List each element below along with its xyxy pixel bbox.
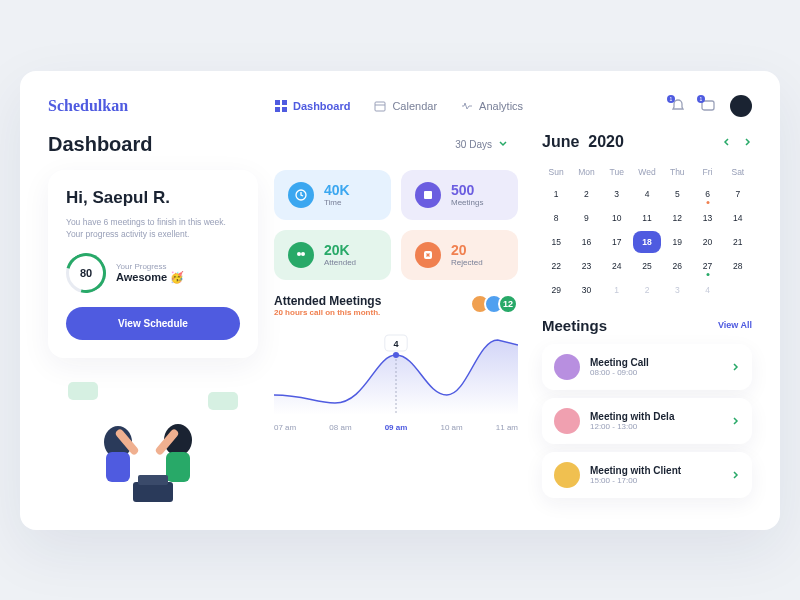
attendees-avatars[interactable]: 12 [470, 294, 518, 314]
chart-title: Attended Meetings [274, 294, 381, 308]
clock-icon [288, 182, 314, 208]
user-avatar[interactable] [730, 95, 752, 117]
calendar-day[interactable]: 9 [572, 207, 600, 229]
calendar-day[interactable]: 19 [663, 231, 691, 253]
calendar-day[interactable]: 2 [633, 279, 661, 301]
calendar-day[interactable]: 30 [572, 279, 600, 301]
meeting-info: Meeting Call08:00 - 09:00 [590, 357, 720, 377]
pulse-icon [461, 100, 473, 112]
view-all-link[interactable]: View All [718, 320, 752, 330]
stat-attended-value: 20K [324, 242, 356, 258]
calendar-day[interactable]: 8 [542, 207, 570, 229]
svg-rect-0 [275, 100, 280, 105]
main-grid: Hi, Saepul R. You have 6 meetings to fin… [48, 170, 518, 503]
date-filter-label: 30 Days [455, 139, 492, 150]
progress-value: Awesome 🥳 [116, 271, 184, 284]
calendar-day[interactable] [724, 279, 752, 301]
meeting-avatar [554, 462, 580, 488]
calendar-day[interactable]: 5 [663, 183, 691, 205]
main-nav: Dashboard Calendar Analytics [275, 100, 523, 112]
calendar-day[interactable]: 2 [572, 183, 600, 205]
view-schedule-button[interactable]: View Schedule [66, 307, 240, 340]
calendar-day[interactable]: 22 [542, 255, 570, 277]
calendar-day[interactable]: 17 [603, 231, 631, 253]
calendar-day[interactable]: 4 [633, 183, 661, 205]
date-filter[interactable]: 30 Days [445, 133, 518, 156]
nav-dashboard-label: Dashboard [293, 100, 350, 112]
calendar-grid: SunMonTueWedThuFriSat1234567891011121314… [542, 163, 752, 301]
chevron-right-icon [730, 416, 740, 426]
users-icon [288, 242, 314, 268]
meeting-name: Meeting with Client [590, 465, 720, 476]
svg-rect-1 [282, 100, 287, 105]
calendar-icon [374, 100, 386, 112]
msg-badge: 1 [697, 95, 705, 103]
main-column: Dashboard 30 Days Hi, Saepul R. You have… [48, 133, 518, 506]
nav-analytics[interactable]: Analytics [461, 100, 523, 112]
tick: 08 am [329, 423, 351, 432]
calendar-day[interactable]: 23 [572, 255, 600, 277]
chevron-right-icon[interactable] [742, 137, 752, 147]
stats-grid: 40KTime 500Meetings 20KAttended 20R [274, 170, 518, 280]
meeting-card[interactable]: Meeting with Client15:00 - 17:00 [542, 452, 752, 498]
notifications-bell[interactable]: 1 [670, 98, 686, 114]
calendar-day[interactable]: 14 [724, 207, 752, 229]
calendar-day[interactable]: 11 [633, 207, 661, 229]
calendar-day[interactable]: 3 [603, 183, 631, 205]
calendar-day[interactable]: 3 [663, 279, 691, 301]
meeting-name: Meeting Call [590, 357, 720, 368]
calendar-dow: Fri [693, 163, 721, 181]
calendar-day[interactable]: 13 [693, 207, 721, 229]
calendar-day[interactable]: 7 [724, 183, 752, 205]
calendar-day[interactable]: 24 [603, 255, 631, 277]
nav-calendar[interactable]: Calendar [374, 100, 437, 112]
calendar-day[interactable]: 10 [603, 207, 631, 229]
stat-attended[interactable]: 20KAttended [274, 230, 391, 280]
stat-rejected[interactable]: 20Rejected [401, 230, 518, 280]
calendar-day[interactable]: 1 [603, 279, 631, 301]
svg-point-19 [297, 252, 301, 256]
page-title: Dashboard [48, 133, 152, 156]
chart-header: Attended Meetings 20 hours call on this … [274, 294, 518, 317]
calendar-day[interactable]: 6 [693, 183, 721, 205]
calendar-day[interactable]: 15 [542, 231, 570, 253]
meeting-time: 15:00 - 17:00 [590, 476, 720, 485]
stat-meetings[interactable]: 500Meetings [401, 170, 518, 220]
stats-column: 40KTime 500Meetings 20KAttended 20R [274, 170, 518, 503]
chevron-left-icon[interactable] [722, 137, 732, 147]
calendar-day[interactable]: 12 [663, 207, 691, 229]
stat-time[interactable]: 40KTime [274, 170, 391, 220]
calendar-day[interactable]: 25 [633, 255, 661, 277]
meetings-title: Meetings [542, 317, 607, 334]
calendar-icon [415, 182, 441, 208]
meeting-avatar [554, 354, 580, 380]
calendar-day[interactable]: 16 [572, 231, 600, 253]
svg-rect-7 [68, 382, 98, 400]
calendar-day[interactable]: 26 [663, 255, 691, 277]
tick: 10 am [440, 423, 462, 432]
calendar-day[interactable]: 27 [693, 255, 721, 277]
calendar-dow: Tue [603, 163, 631, 181]
grid-icon [275, 100, 287, 112]
calendar-day[interactable]: 4 [693, 279, 721, 301]
svg-rect-10 [106, 452, 130, 482]
calendar-dow: Wed [633, 163, 661, 181]
nav-dashboard[interactable]: Dashboard [275, 100, 350, 112]
stat-time-label: Time [324, 198, 350, 207]
stat-meetings-value: 500 [451, 182, 483, 198]
meeting-card[interactable]: Meeting with Dela12:00 - 13:00 [542, 398, 752, 444]
tick-active: 09 am [385, 423, 408, 432]
tick: 07 am [274, 423, 296, 432]
content: Dashboard 30 Days Hi, Saepul R. You have… [48, 133, 752, 506]
bell-badge: 1 [667, 95, 675, 103]
stat-meetings-label: Meetings [451, 198, 483, 207]
calendar-day[interactable]: 1 [542, 183, 570, 205]
calendar-day-selected[interactable]: 18 [633, 231, 661, 253]
calendar-day[interactable]: 20 [693, 231, 721, 253]
calendar-day[interactable]: 21 [724, 231, 752, 253]
calendar-day[interactable]: 29 [542, 279, 570, 301]
calendar-day[interactable]: 28 [724, 255, 752, 277]
messages-icon[interactable]: 1 [700, 98, 716, 114]
stat-time-value: 40K [324, 182, 350, 198]
meeting-card[interactable]: Meeting Call08:00 - 09:00 [542, 344, 752, 390]
